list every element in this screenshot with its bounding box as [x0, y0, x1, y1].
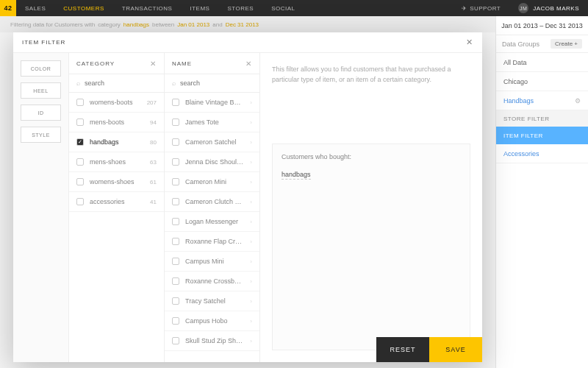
reset-button[interactable]: RESET	[376, 337, 429, 362]
row-label: handbags	[90, 138, 144, 146]
user-menu[interactable]: JM JACOB MARKS	[509, 3, 588, 13]
accessories-link[interactable]: Accessories	[496, 144, 588, 163]
category-row[interactable]: mens-boots94	[69, 113, 164, 132]
row-count: 80	[150, 139, 157, 146]
chevron-right-icon: ›	[250, 179, 252, 185]
category-row[interactable]: accessories41	[69, 192, 164, 212]
support-label: SUPPORT	[470, 5, 501, 12]
right-panel: Jan 01 2013 – Dec 31 2013 Data Groups Cr…	[495, 16, 588, 368]
data-group-item-active[interactable]: Handbags ⚙	[496, 91, 588, 110]
checkbox-icon	[172, 337, 179, 344]
chevron-right-icon: ›	[250, 238, 252, 245]
filter-chip-color[interactable]: COLOR	[21, 60, 61, 77]
filter-type-list: COLORHEELIDSTYLE	[13, 53, 69, 362]
checkbox-icon	[172, 99, 179, 106]
user-name: JACOB MARKS	[533, 5, 579, 12]
data-group-item[interactable]: Chicago	[496, 72, 588, 91]
category-column: CATEGORY ✕ ⌕ womens-boots207mens-boots94…	[69, 53, 165, 362]
row-label: womens-shoes	[90, 178, 144, 185]
name-row[interactable]: Campus Mini›	[165, 252, 259, 272]
name-row[interactable]: Campus Hobo›	[165, 311, 259, 331]
chevron-right-icon: ›	[250, 99, 252, 106]
nav-items[interactable]: ITEMS	[181, 0, 218, 16]
checkbox-icon	[172, 138, 179, 146]
row-label: James Tote	[185, 118, 244, 126]
checkbox-icon: ✓	[76, 138, 84, 146]
search-input[interactable]	[180, 79, 262, 87]
summary-title: Customers who bought:	[282, 153, 461, 160]
selection-summary: Customers who bought: handbags	[272, 144, 470, 350]
support-link[interactable]: ✈ SUPPORT	[453, 5, 510, 12]
row-label: mens-shoes	[90, 158, 144, 166]
name-row[interactable]: Jenna Disc Shoulder›	[165, 152, 259, 172]
selected-tag[interactable]: handbags	[282, 171, 311, 180]
nav-transactions[interactable]: TRANSACTIONS	[113, 0, 182, 16]
date-range[interactable]: Jan 01 2013 – Dec 31 2013	[496, 16, 588, 35]
checkbox-icon	[172, 178, 179, 185]
name-row[interactable]: Cameron Satchel›	[165, 132, 259, 152]
name-row[interactable]: Roxanne Flap Crossbody›	[165, 232, 259, 252]
row-label: accessories	[90, 198, 144, 205]
filter-chip-id[interactable]: ID	[21, 105, 61, 121]
row-label: womens-boots	[90, 99, 141, 106]
checkbox-icon	[76, 178, 84, 185]
row-label: Logan Messenger	[185, 218, 244, 225]
name-row[interactable]: Blaine Vintage Back Pack›	[165, 93, 259, 113]
name-row[interactable]: Cameron Mini›	[165, 172, 259, 192]
active-filter-bar: Filtering data for Customers with catego…	[0, 16, 495, 32]
search-input[interactable]	[85, 79, 167, 87]
data-groups-label: Data Groups	[502, 40, 539, 48]
nav-customers[interactable]: CUSTOMERS	[54, 0, 112, 16]
info-column: This filter allows you to find customers…	[260, 53, 482, 362]
name-row[interactable]: Cameron Clutch Crossbo…›	[165, 192, 259, 212]
item-filter-modal: ITEM FILTER ✕ COLORHEELIDSTYLE CATEGORY …	[13, 32, 482, 362]
store-filter-section[interactable]: STORE FILTER	[496, 110, 588, 127]
search-icon: ⌕	[172, 79, 176, 87]
row-label: Campus Hobo	[185, 317, 244, 325]
save-button[interactable]: SAVE	[429, 337, 482, 362]
chevron-right-icon: ›	[250, 139, 252, 146]
checkbox-icon	[172, 158, 179, 166]
category-search[interactable]: ⌕	[69, 74, 164, 93]
close-icon[interactable]: ✕	[150, 60, 157, 68]
row-label: Jenna Disc Shoulder	[185, 158, 244, 166]
row-count: 63	[150, 159, 157, 166]
close-icon[interactable]: ✕	[245, 60, 252, 68]
row-label: Skull Stud Zip Shoulder	[185, 337, 244, 344]
nav-stores[interactable]: STORES	[218, 0, 262, 16]
row-label: Tracy Satchel	[185, 297, 244, 305]
category-row[interactable]: womens-shoes61	[69, 172, 164, 192]
filter-chip-style[interactable]: STYLE	[21, 127, 61, 143]
name-row[interactable]: Logan Messenger›	[165, 212, 259, 232]
item-filter-section[interactable]: ITEM FILTER	[496, 127, 588, 144]
top-nav: 42 SALESCUSTOMERSTRANSACTIONSITEMSSTORES…	[0, 0, 588, 16]
checkbox-icon	[172, 238, 179, 245]
row-label: Roxanne Crossbody	[185, 277, 244, 285]
name-row[interactable]: James Tote›	[165, 113, 259, 132]
name-row[interactable]: Skull Stud Zip Shoulder›	[165, 331, 259, 351]
gear-icon[interactable]: ⚙	[575, 97, 581, 105]
category-row[interactable]: mens-shoes63	[69, 152, 164, 172]
filter-description: This filter allows you to find customers…	[272, 65, 470, 85]
checkbox-icon	[172, 297, 179, 305]
nav-social[interactable]: SOCIAL	[262, 0, 304, 16]
category-row[interactable]: womens-boots207	[69, 93, 164, 113]
filter-chip-heel[interactable]: HEEL	[21, 82, 61, 99]
row-count: 41	[150, 199, 157, 205]
row-label: Cameron Clutch Crossbo…	[185, 198, 244, 205]
data-group-item[interactable]: All Data	[496, 53, 588, 72]
row-label: Cameron Mini	[185, 178, 244, 185]
name-row[interactable]: Roxanne Crossbody›	[165, 272, 259, 291]
name-row[interactable]: Tracy Satchel›	[165, 291, 259, 311]
brand-logo: 42	[0, 0, 16, 16]
close-icon[interactable]: ✕	[466, 38, 473, 47]
checkbox-icon	[76, 198, 84, 205]
modal-title: ITEM FILTER	[22, 39, 65, 46]
chevron-right-icon: ›	[250, 159, 252, 166]
name-search[interactable]: ⌕	[165, 74, 259, 93]
create-group-button[interactable]: Create +	[551, 39, 582, 49]
nav-sales[interactable]: SALES	[16, 0, 54, 16]
chevron-right-icon: ›	[250, 199, 252, 205]
checkbox-icon	[76, 118, 84, 126]
category-row[interactable]: ✓handbags80	[69, 132, 164, 152]
